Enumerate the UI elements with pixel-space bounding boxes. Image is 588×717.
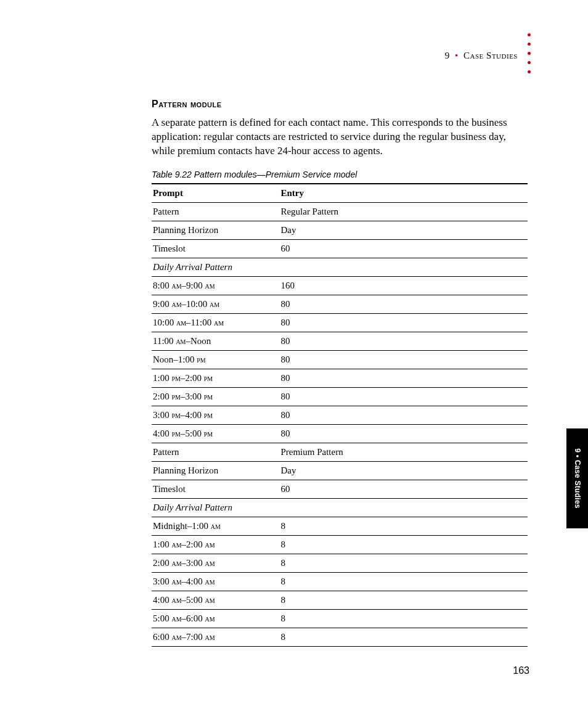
cell-entry	[279, 258, 528, 276]
cell-prompt: 2:00 am–3:00 am	[152, 554, 279, 572]
table-row: 3:00 pm–4:00 pm80	[152, 406, 528, 424]
cell-entry: 8	[279, 609, 528, 628]
table-row: 4:00 pm–5:00 pm80	[152, 424, 528, 443]
table-row: 2:00 am–3:00 am8	[152, 554, 528, 572]
cell-entry: 80	[279, 313, 528, 332]
section-paragraph: A separate pattern is defined for each c…	[152, 116, 528, 158]
cell-entry: 8	[279, 517, 528, 535]
table-row: 11:00 am–Noon80	[152, 332, 528, 350]
cell-entry: Day	[279, 461, 528, 480]
cell-entry: 60	[279, 239, 528, 258]
table-row: Timeslot60	[152, 239, 528, 258]
cell-entry: 8	[279, 628, 528, 646]
table-row: 5:00 am–6:00 am8	[152, 609, 528, 628]
table-row: PatternRegular Pattern	[152, 202, 528, 221]
table-row: 2:00 pm–3:00 pm80	[152, 387, 528, 406]
chapter-title: Case Studies	[463, 51, 518, 60]
chapter-number: 9	[445, 51, 450, 60]
table-row: 6:00 am–7:00 am8	[152, 628, 528, 646]
cell-entry	[279, 498, 528, 517]
side-tab: 9 • Case Studies	[566, 428, 588, 528]
cell-prompt: 3:00 pm–4:00 pm	[152, 406, 279, 424]
cell-prompt: Noon–1:00 pm	[152, 350, 279, 369]
table-row: 1:00 pm–2:00 pm80	[152, 369, 528, 387]
cell-prompt: Pattern	[152, 202, 279, 221]
running-head: 9 • Case Studies	[445, 51, 518, 61]
cell-entry: 60	[279, 480, 528, 498]
cell-entry: 80	[279, 369, 528, 387]
table-row: Timeslot60	[152, 480, 528, 498]
page-number: 163	[513, 665, 529, 676]
cell-prompt: 2:00 pm–3:00 pm	[152, 387, 279, 406]
cell-entry: 80	[279, 424, 528, 443]
table-row: Planning HorizonDay	[152, 461, 528, 480]
cell-entry: 8	[279, 535, 528, 554]
cell-entry: 80	[279, 387, 528, 406]
decorative-dots	[528, 33, 531, 73]
cell-prompt: 6:00 am–7:00 am	[152, 628, 279, 646]
cell-prompt: 8:00 am–9:00 am	[152, 276, 279, 295]
table-row: 10:00 am–11:00 am80	[152, 313, 528, 332]
cell-entry: 80	[279, 332, 528, 350]
cell-entry: 8	[279, 554, 528, 572]
cell-prompt: 5:00 am–6:00 am	[152, 609, 279, 628]
cell-entry: Regular Pattern	[279, 202, 528, 221]
col-header-entry: Entry	[279, 184, 528, 203]
cell-prompt: 4:00 am–5:00 am	[152, 591, 279, 609]
section-title: Pattern module	[152, 99, 528, 110]
cell-entry: 160	[279, 276, 528, 295]
cell-entry: Premium Pattern	[279, 443, 528, 461]
cell-prompt: Timeslot	[152, 239, 279, 258]
table-row: 9:00 am–10:00 am80	[152, 295, 528, 313]
cell-entry: 8	[279, 572, 528, 591]
cell-prompt: 4:00 pm–5:00 pm	[152, 424, 279, 443]
cell-prompt: Planning Horizon	[152, 221, 279, 239]
side-tab-text: 9 • Case Studies	[573, 448, 582, 509]
table-row: 3:00 am–4:00 am8	[152, 572, 528, 591]
bullet-separator: •	[452, 51, 461, 60]
cell-prompt: 1:00 am–2:00 am	[152, 535, 279, 554]
table-row: Daily Arrival Pattern	[152, 258, 528, 276]
table-row: Daily Arrival Pattern	[152, 498, 528, 517]
cell-prompt: 3:00 am–4:00 am	[152, 572, 279, 591]
cell-prompt: Daily Arrival Pattern	[152, 258, 279, 276]
cell-entry: 80	[279, 350, 528, 369]
cell-prompt: 1:00 pm–2:00 pm	[152, 369, 279, 387]
cell-prompt: 10:00 am–11:00 am	[152, 313, 279, 332]
cell-prompt: Planning Horizon	[152, 461, 279, 480]
table-row: PatternPremium Pattern	[152, 443, 528, 461]
table-row: Noon–1:00 pm80	[152, 350, 528, 369]
cell-prompt: Pattern	[152, 443, 279, 461]
cell-prompt: Timeslot	[152, 480, 279, 498]
table-caption: Table 9.22 Pattern modules—Premium Servi…	[152, 170, 528, 179]
table-row: Planning HorizonDay	[152, 221, 528, 239]
cell-prompt: 9:00 am–10:00 am	[152, 295, 279, 313]
cell-entry: 80	[279, 295, 528, 313]
table-row: 1:00 am–2:00 am8	[152, 535, 528, 554]
table-row: 8:00 am–9:00 am160	[152, 276, 528, 295]
cell-prompt: Daily Arrival Pattern	[152, 498, 279, 517]
table-row: 4:00 am–5:00 am8	[152, 591, 528, 609]
cell-prompt: Midnight–1:00 am	[152, 517, 279, 535]
cell-entry: 8	[279, 591, 528, 609]
cell-prompt: 11:00 am–Noon	[152, 332, 279, 350]
pattern-table: Prompt Entry PatternRegular PatternPlann…	[152, 183, 528, 647]
cell-entry: Day	[279, 221, 528, 239]
col-header-prompt: Prompt	[152, 184, 279, 203]
table-row: Midnight–1:00 am8	[152, 517, 528, 535]
cell-entry: 80	[279, 406, 528, 424]
